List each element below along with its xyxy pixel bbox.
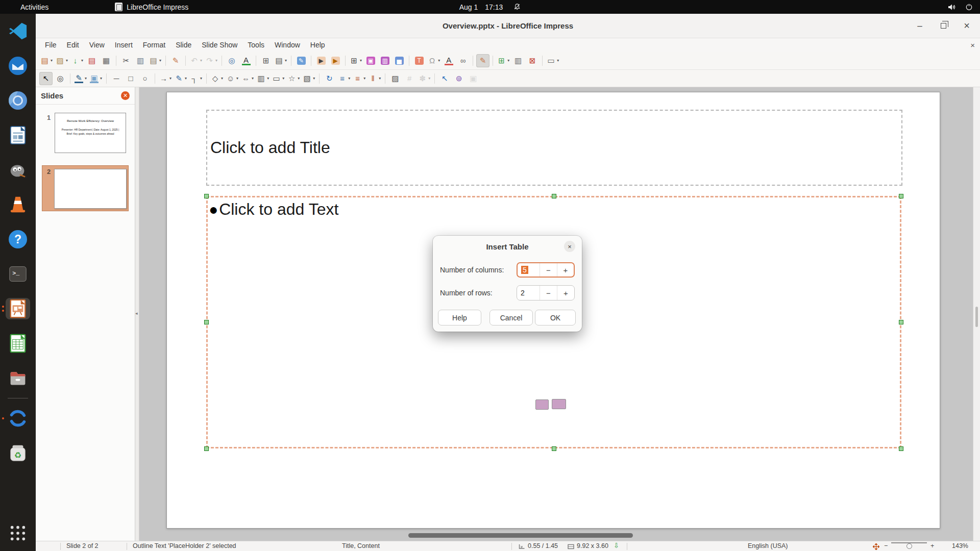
menu-slide-show[interactable]: Slide Show bbox=[197, 40, 242, 50]
dock-libreoffice-impress-icon[interactable] bbox=[6, 298, 30, 319]
focused-app-menu[interactable]: LibreOffice Impress bbox=[115, 3, 188, 11]
insert-image-icon[interactable]: ▣ bbox=[364, 54, 377, 67]
restore-button[interactable] bbox=[937, 20, 949, 32]
dock-libreoffice-calc-icon[interactable] bbox=[6, 333, 30, 354]
display-grid-icon[interactable]: ⊞ bbox=[259, 54, 273, 67]
collapse-panel-icon[interactable]: ◂ bbox=[135, 311, 138, 316]
language-selector[interactable]: English (USA) bbox=[748, 542, 788, 549]
stars-and-banners-icon[interactable]: ☆▾ bbox=[286, 72, 301, 85]
dropdown-arrow[interactable]: ▾ bbox=[159, 58, 161, 63]
dropdown-arrow[interactable]: ▾ bbox=[169, 76, 172, 81]
zoom-slider[interactable] bbox=[891, 542, 927, 543]
block-arrows-icon[interactable]: ⇔▾ bbox=[240, 72, 255, 85]
selection-handle-top-right[interactable] bbox=[899, 194, 903, 198]
show-draw-functions-icon[interactable]: ✎ bbox=[476, 54, 489, 67]
master-slide-icon[interactable]: ✎ bbox=[295, 54, 308, 67]
power-icon[interactable] bbox=[965, 3, 973, 11]
rows-increment-button[interactable]: + bbox=[557, 286, 574, 300]
selection-handle-middle-right[interactable] bbox=[899, 320, 903, 324]
paste-icon[interactable]: ▤▾ bbox=[148, 54, 162, 67]
dropdown-arrow[interactable]: ▾ bbox=[285, 58, 287, 63]
insert-line-icon[interactable]: ─ bbox=[110, 72, 123, 85]
symbol-shapes-icon[interactable]: ☺▾ bbox=[225, 72, 239, 85]
dock-vlc-icon[interactable] bbox=[6, 194, 30, 215]
right-scrollbar-rail[interactable] bbox=[973, 87, 980, 541]
panel-splitter[interactable]: ◂ bbox=[135, 87, 139, 541]
distribute-selection-icon[interactable]: ‖▾ bbox=[368, 72, 382, 85]
delete-slide-icon[interactable]: ⊠ bbox=[526, 54, 539, 67]
menu-format[interactable]: Format bbox=[138, 40, 170, 50]
zoom-and-pan-icon[interactable]: ◎ bbox=[54, 72, 67, 85]
cut-icon[interactable]: ✂ bbox=[119, 54, 133, 67]
menu-insert[interactable]: Insert bbox=[110, 40, 138, 50]
dropdown-arrow[interactable]: ▾ bbox=[200, 76, 202, 81]
activities-button[interactable]: Activities bbox=[15, 2, 54, 12]
menu-tools[interactable]: Tools bbox=[242, 40, 270, 50]
dropdown-arrow[interactable]: ▾ bbox=[507, 58, 509, 63]
close-document-icon[interactable]: × bbox=[970, 41, 975, 49]
dropdown-arrow[interactable]: ▾ bbox=[85, 76, 87, 81]
shadow-icon[interactable]: ▨ bbox=[388, 72, 402, 85]
dock-vscode-icon[interactable] bbox=[6, 20, 30, 42]
dock-thunderbird-icon[interactable] bbox=[6, 55, 30, 77]
special-character-icon[interactable]: Ω▾ bbox=[427, 54, 441, 67]
dock-libreoffice-startcenter-icon[interactable] bbox=[6, 124, 30, 146]
zoom-percent-label[interactable]: 143% bbox=[952, 542, 968, 549]
volume-icon[interactable] bbox=[948, 4, 956, 11]
slides-panel-close-icon[interactable]: ✕ bbox=[121, 91, 130, 100]
dropdown-arrow[interactable]: ▾ bbox=[438, 58, 440, 63]
insert-table-icon[interactable]: ⊞▾ bbox=[349, 54, 363, 67]
3d-objects-icon[interactable]: ▧▾ bbox=[302, 72, 316, 85]
dialog-close-icon[interactable]: × bbox=[564, 241, 575, 252]
rows-spinner[interactable]: 2 − + bbox=[517, 285, 575, 300]
align-objects-icon[interactable]: ≡▾ bbox=[337, 72, 351, 85]
selection-handle-top-left[interactable] bbox=[204, 194, 209, 198]
rectangle-icon[interactable]: □ bbox=[124, 72, 137, 85]
vertical-scrollbar-thumb[interactable] bbox=[975, 307, 978, 327]
arrange-icon[interactable]: ≡▾ bbox=[352, 72, 366, 85]
print-icon[interactable]: ▦ bbox=[100, 54, 113, 67]
dropdown-arrow[interactable]: ▾ bbox=[51, 58, 53, 63]
selection-handle-bottom-middle[interactable] bbox=[552, 446, 556, 451]
rows-input[interactable]: 2 bbox=[517, 286, 540, 300]
dock-files-icon[interactable] bbox=[6, 367, 30, 389]
menu-slide[interactable]: Slide bbox=[170, 40, 197, 50]
ok-button[interactable]: OK bbox=[535, 310, 576, 325]
zoom-out-button[interactable]: − bbox=[884, 542, 888, 549]
dropdown-arrow[interactable]: ▾ bbox=[428, 76, 430, 81]
new-slide-icon[interactable]: ⊞▾ bbox=[496, 54, 510, 67]
dock-gimp-icon[interactable] bbox=[6, 159, 30, 181]
dropdown-arrow[interactable]: ▾ bbox=[282, 76, 284, 81]
placeholder-insert-chart-icon[interactable] bbox=[552, 399, 566, 409]
menu-file[interactable]: File bbox=[40, 40, 62, 50]
dock-show-applications-icon[interactable] bbox=[6, 522, 30, 544]
connectors-icon[interactable]: ┐▾ bbox=[189, 72, 203, 85]
dropdown-arrow[interactable]: ▾ bbox=[200, 58, 202, 63]
dropdown-arrow[interactable]: ▾ bbox=[557, 58, 559, 63]
fontwork-icon[interactable]: A bbox=[442, 54, 455, 67]
spelling-icon[interactable]: A bbox=[239, 54, 253, 67]
insert-media-icon[interactable]: ▥ bbox=[378, 54, 391, 67]
open-file-icon[interactable]: ▨▾ bbox=[55, 54, 69, 67]
slide-thumbnail-2-selected[interactable]: 2 bbox=[42, 165, 129, 211]
minimize-button[interactable]: – bbox=[914, 20, 926, 32]
dropdown-arrow[interactable]: ▾ bbox=[221, 76, 223, 81]
dropdown-arrow[interactable]: ▾ bbox=[215, 58, 217, 63]
flowchart-shapes-icon[interactable]: ▥▾ bbox=[256, 72, 270, 85]
dock-terminal-icon[interactable]: >_ bbox=[6, 263, 30, 285]
columns-input[interactable]: 5 bbox=[518, 263, 540, 277]
zoom-slider-knob[interactable] bbox=[906, 543, 912, 549]
dropdown-arrow[interactable]: ▾ bbox=[185, 76, 187, 81]
insert-text-box-icon[interactable]: T bbox=[412, 54, 426, 67]
columns-increment-button[interactable]: + bbox=[557, 263, 574, 277]
title-placeholder[interactable]: Click to add Title bbox=[206, 110, 902, 186]
dock-help-icon[interactable]: ? bbox=[6, 229, 30, 250]
selection-handle-middle-left[interactable] bbox=[204, 320, 209, 324]
select-icon[interactable]: ↖ bbox=[39, 72, 53, 85]
curves-and-polygons-icon[interactable]: ✎▾ bbox=[174, 72, 188, 85]
save-icon[interactable]: ↓▾ bbox=[70, 54, 84, 67]
menu-edit[interactable]: Edit bbox=[62, 40, 84, 50]
dropdown-arrow[interactable]: ▾ bbox=[100, 76, 102, 81]
placeholder-insert-table-icon[interactable] bbox=[535, 399, 549, 410]
copy-icon[interactable]: ▥ bbox=[134, 54, 147, 67]
